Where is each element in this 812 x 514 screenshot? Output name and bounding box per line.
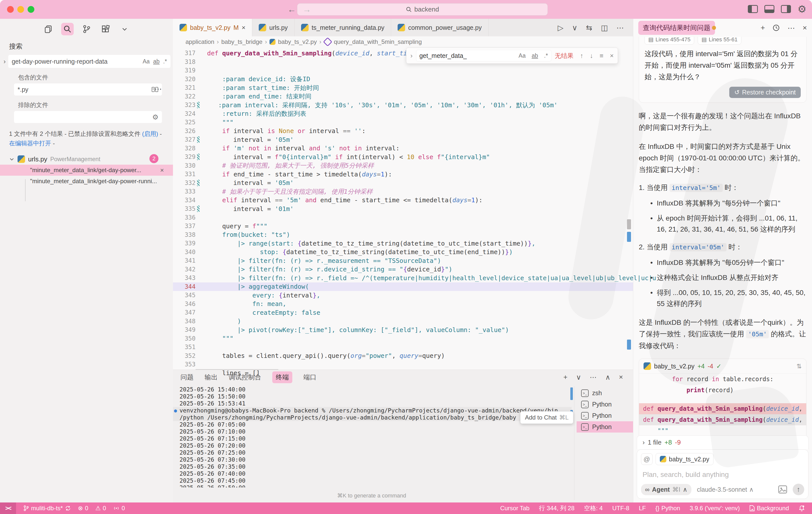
toggle-right-sidebar-icon[interactable]	[781, 5, 791, 13]
find-previous-icon[interactable]: ↑	[580, 52, 583, 60]
run-dropdown-chevron-icon[interactable]: ∨	[572, 23, 578, 32]
expand-replace-chevron-icon[interactable]: ›	[3, 58, 6, 65]
panel-tab-端口[interactable]: 端口	[303, 373, 316, 382]
indentation-item[interactable]: 空格: 4	[584, 504, 603, 512]
minimize-window-button[interactable]	[17, 6, 24, 13]
attached-file-chip[interactable]: baby_ts_v2.py	[656, 453, 714, 465]
editor-tab-common_power_usage.py[interactable]: common_power_usage.py	[391, 19, 488, 36]
dismiss-result-icon[interactable]: ×	[160, 167, 164, 174]
editor-tab-urls.py[interactable]: urls.py	[252, 19, 295, 36]
breadcrumb-item[interactable]: application	[185, 38, 214, 46]
code-line-340[interactable]: 340 stop: {datetime_to_tz_time_string(da…	[173, 248, 633, 256]
find-close-icon[interactable]: ×	[610, 52, 614, 60]
settings-gear-icon[interactable]: ⚙	[798, 4, 807, 14]
search-view-icon[interactable]	[61, 23, 74, 35]
code-line-350[interactable]: 350 """	[173, 334, 633, 343]
find-next-icon[interactable]: ↓	[590, 52, 593, 60]
open-in-editor-link[interactable]: 在编辑器中打开	[9, 140, 51, 147]
code-line-329[interactable]: 329 interval = f"0{interval}m" if int(in…	[173, 153, 633, 161]
find-expand-chevron-icon[interactable]: ›	[410, 52, 413, 60]
toggle-search-details-icon[interactable]: ⋯	[154, 85, 162, 93]
find-match-case-toggle[interactable]: Aa	[519, 52, 526, 59]
code-line-321[interactable]: 321 :param start_time: 开始时间	[173, 84, 633, 92]
code-line-330[interactable]: 330 # 验证时间范围, 如果大于一天, 强制使用5分钟采样	[173, 161, 633, 170]
ports-item[interactable]: 0	[113, 505, 125, 512]
breadcrumb[interactable]: application›baby_ts_bridge›baby_ts_v2.py…	[173, 36, 633, 48]
chat-history-icon[interactable]	[773, 24, 780, 32]
code-line-337[interactable]: 337 query = f"""	[173, 222, 633, 231]
attach-image-icon[interactable]	[778, 485, 787, 493]
panel-more-icon[interactable]: ⋯	[590, 373, 597, 382]
panel-tab-终端[interactable]: 终端	[272, 371, 292, 383]
agent-mode-selector[interactable]: ∞Agent ⌘I∧	[641, 484, 691, 495]
code-line-325[interactable]: 325 """	[173, 118, 633, 127]
close-panel-icon[interactable]: ×	[619, 373, 623, 381]
code-line-328[interactable]: 328 if 'm' not in interval and 's' not i…	[173, 144, 633, 153]
chat-more-icon[interactable]: ⋯	[787, 24, 795, 32]
code-line-352[interactable]: 352 tables = client.query_api().query(or…	[173, 352, 633, 360]
language-item[interactable]: {}Python	[655, 505, 680, 512]
breadcrumb-item[interactable]: query_data_with_5min_sampling	[334, 38, 422, 46]
files-include-input[interactable]: *.py	[14, 84, 162, 95]
search-result-row[interactable]: "minute_meter_data_link/get-day-power-ru…	[0, 176, 173, 187]
match-case-toggle[interactable]: Aa	[143, 58, 150, 65]
errors-item[interactable]: ⊗0	[78, 505, 88, 512]
terminal-session-Python[interactable]: >_Python	[577, 410, 633, 421]
add-to-chat-tooltip[interactable]: Add to Chat⌘L	[520, 411, 573, 424]
interpreter-item[interactable]: 3.9.6 ('venv': venv)	[690, 505, 740, 512]
mention-button[interactable]: @	[641, 453, 652, 465]
code-line-326[interactable]: 326 if interval is None or interval == '…	[173, 127, 633, 135]
find-in-selection-icon[interactable]: ≡	[600, 52, 603, 60]
command-decoration-icon[interactable]: ●	[174, 407, 177, 414]
model-selector[interactable]: claude-3.5-sonnet∧	[697, 486, 754, 493]
filebar-chevron-icon[interactable]: ›	[642, 439, 645, 446]
expand-diff-icon[interactable]: ⇅	[796, 363, 802, 370]
changed-files-bar[interactable]: › 1 file +8 -9	[637, 435, 809, 449]
editor-tab-baby_ts_v2.py[interactable]: baby_ts_v2.pyM×	[173, 19, 252, 36]
terminal-dropdown-chevron-icon[interactable]: ∨	[576, 373, 581, 382]
code-line-343[interactable]: 343 |> filter(fn: (r) => r._field =~ /^(…	[173, 274, 633, 282]
code-area[interactable]: 317def query_data_with_5min_sampling(dev…	[173, 48, 633, 377]
code-line-339[interactable]: 339 |> range(start: {datetime_to_tz_time…	[173, 239, 633, 248]
code-line-338[interactable]: 338 from(bucket: "ts")	[173, 231, 633, 239]
source-control-icon[interactable]	[80, 23, 93, 35]
whole-word-toggle[interactable]: ab	[153, 58, 160, 65]
code-line-331[interactable]: 331 if end_time - start_time > timedelta…	[173, 170, 633, 179]
code-line-332[interactable]: 332 interval = '05m'	[173, 179, 633, 187]
code-line-347[interactable]: 347 createEmpty: false	[173, 308, 633, 317]
notifications-bell-icon[interactable]	[799, 505, 805, 512]
cursor-tab-item[interactable]: Cursor Tab	[500, 505, 529, 512]
chat-close-icon[interactable]: ×	[803, 24, 807, 32]
cursor-position-item[interactable]: 行 344, 列 28	[539, 504, 574, 512]
search-query-input[interactable]: get-day-power-running-report-data Aa ab …	[8, 55, 171, 68]
command-center-search[interactable]: backend	[297, 3, 548, 16]
toggle-left-sidebar-icon[interactable]	[748, 5, 758, 13]
code-line-348[interactable]: 348 )	[173, 317, 633, 326]
run-button[interactable]: ▷	[557, 23, 563, 32]
explorer-icon[interactable]	[42, 23, 55, 35]
find-regex-toggle[interactable]: .*	[544, 52, 548, 59]
find-input[interactable]: get_meter_data_ Aa ab .*	[416, 50, 551, 61]
editor-more-actions-icon[interactable]: ⋯	[616, 23, 624, 32]
terminal-session-Python[interactable]: >_Python	[577, 421, 633, 432]
enable-exclude-link[interactable]: (启用)	[142, 130, 158, 137]
code-line-336[interactable]: 336	[173, 213, 633, 222]
remote-indicator[interactable]: ><	[0, 503, 16, 514]
terminal-output[interactable]: 2025-05-26 15:40:002025-05-26 15:50:0020…	[173, 386, 572, 487]
code-diff-card[interactable]: baby_ts_v2.py+4-4✓⇅ for record in table.…	[639, 359, 807, 435]
maximize-panel-icon[interactable]: ∧	[605, 373, 610, 382]
chat-input-box[interactable]: @ baby_ts_v2.py Plan, search, build anyt…	[637, 449, 809, 499]
back-icon[interactable]: ←	[288, 4, 296, 14]
terminal-session-Python[interactable]: >_Python	[577, 399, 633, 410]
background-item[interactable]: Background	[749, 505, 789, 512]
regex-toggle[interactable]: .*	[163, 58, 167, 65]
search-result-row[interactable]: "minute_meter_data_link/get-day-power...…	[0, 165, 173, 176]
result-file-row[interactable]: urls.py PowerManagement 2	[9, 154, 173, 165]
code-line-322[interactable]: 322 :param end_time: 结束时间	[173, 92, 633, 101]
maximize-window-button[interactable]	[28, 6, 34, 13]
new-terminal-icon[interactable]: +	[563, 373, 567, 381]
panel-tab-问题[interactable]: 问题	[180, 373, 194, 382]
find-whole-word-toggle[interactable]: ab	[532, 52, 538, 59]
code-line-345[interactable]: 345 every: {interval},	[173, 291, 633, 300]
extensions-icon[interactable]	[99, 23, 112, 35]
